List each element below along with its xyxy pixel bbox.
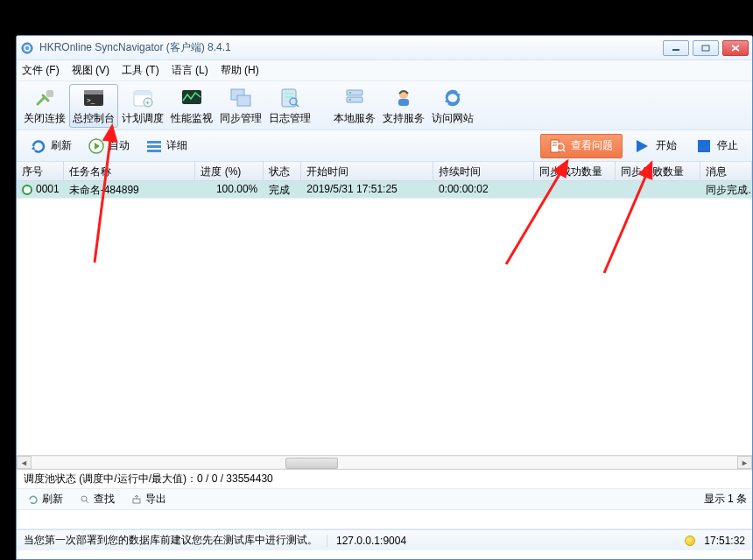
svg-rect-30: [147, 141, 161, 144]
auto-play-icon: [88, 137, 105, 155]
search-small-icon: [79, 494, 91, 506]
col-message[interactable]: 消息: [700, 162, 752, 180]
horizontal-scrollbar[interactable]: ◄ ►: [17, 455, 752, 470]
window-sync-icon: [229, 87, 253, 109]
pool-status-line: 调度池状态 (调度中/运行中/最大值)：0 / 0 / 33554430: [17, 470, 752, 489]
cell-start-time: 2019/5/31 17:51:25: [301, 181, 433, 198]
cell-seq: 0001: [17, 181, 64, 198]
view-issues-button[interactable]: 查看问题: [540, 134, 623, 158]
svg-rect-1: [672, 49, 679, 51]
refresh-icon: [30, 137, 47, 155]
log-find-button[interactable]: 查找: [74, 490, 120, 508]
secondary-toolbar: 刷新 自动 详细 查看问题 开始 停止: [17, 130, 752, 162]
svg-text:>_: >_: [87, 96, 95, 104]
svg-line-41: [86, 500, 88, 503]
close-connection-button[interactable]: 关闭连接: [20, 84, 69, 128]
scroll-thumb[interactable]: [285, 458, 338, 469]
calendar-icon: +: [130, 87, 155, 109]
support-service-button[interactable]: 支持服务: [379, 84, 428, 128]
col-seq[interactable]: 序号: [17, 162, 64, 180]
log-body: [17, 510, 752, 529]
export-small-icon: [130, 494, 143, 506]
col-sync-fail[interactable]: 同步失败数量: [616, 162, 700, 180]
scroll-left-icon[interactable]: ◄: [17, 456, 32, 469]
log-export-button[interactable]: 导出: [125, 490, 172, 508]
refresh-globe-icon: [440, 87, 465, 109]
status-dot-icon: [22, 185, 32, 195]
sync-mgmt-button[interactable]: 同步管理: [216, 84, 265, 128]
local-service-button[interactable]: 本地服务: [330, 84, 379, 128]
scroll-right-icon[interactable]: ►: [737, 456, 752, 469]
menubar: 文件 (F) 视图 (V) 工具 (T) 语言 (L) 帮助 (H): [17, 60, 752, 81]
col-start-time[interactable]: 开始时间: [301, 162, 433, 180]
svg-rect-2: [702, 46, 709, 51]
log-refresh-button[interactable]: 刷新: [22, 490, 68, 508]
svg-rect-31: [147, 145, 161, 148]
cell-task-name: 未命名-484899: [64, 181, 196, 198]
menu-language[interactable]: 语言 (L): [172, 63, 208, 78]
log-count-label: 显示 1 条: [704, 492, 747, 507]
svg-point-22: [349, 99, 351, 101]
servers-icon: [342, 87, 367, 109]
grid-header: 序号 任务名称 进度 (%) 状态 开始时间 持续时间 同步成功数量 同步失败数…: [17, 162, 752, 181]
maximize-button[interactable]: [693, 40, 719, 56]
cell-message: 同步完成.: [700, 181, 752, 198]
magnifier-list-icon: [550, 138, 566, 154]
log-toolbar: 刷新 查找 导出 显示 1 条: [17, 489, 752, 510]
svg-point-0: [22, 43, 32, 53]
svg-marker-38: [637, 140, 648, 152]
footer-address: 127.0.0.1:9004: [336, 535, 406, 547]
cell-state: 完成: [264, 181, 301, 198]
col-sync-ok[interactable]: 同步成功数量: [534, 162, 616, 180]
plug-icon: [32, 87, 57, 109]
refresh-small-icon: [27, 494, 39, 506]
menu-file[interactable]: 文件 (F): [22, 63, 60, 78]
window-title: HKROnline SyncNavigator (客户端) 8.4.1: [39, 40, 663, 55]
log-mgmt-button[interactable]: 日志管理: [265, 84, 314, 128]
minimize-button[interactable]: [663, 40, 689, 56]
menu-tools[interactable]: 工具 (T): [122, 63, 159, 78]
svg-rect-39: [698, 140, 710, 152]
svg-rect-20: [347, 97, 362, 102]
stop-button[interactable]: 停止: [687, 134, 747, 158]
svg-text:+: +: [145, 99, 150, 107]
console-icon: >_: [81, 87, 106, 109]
col-progress[interactable]: 进度 (%): [195, 162, 264, 180]
auto-button[interactable]: 自动: [80, 133, 137, 159]
visit-site-button[interactable]: 访问网站: [428, 84, 477, 128]
performance-button[interactable]: 性能监视: [167, 84, 216, 128]
stop-icon: [696, 138, 712, 154]
main-toolbar: 关闭连接 >_ 总控制台 + 计划调度 性能监视 同步管理 日志管理 本地服务: [17, 81, 752, 130]
svg-rect-19: [347, 90, 362, 95]
list-lines-icon: [145, 137, 163, 155]
grid-body: 0001 未命名-484899 100.00% 完成 2019/5/31 17:…: [17, 181, 752, 455]
svg-rect-13: [237, 95, 250, 106]
cell-duration: 0:00:00:02: [433, 181, 534, 198]
svg-marker-27: [32, 146, 35, 150]
footer-tip: 当您第一次部署到您的数据库前建议您先在测试库中进行测试。: [24, 533, 318, 548]
close-button[interactable]: [722, 40, 749, 56]
menu-help[interactable]: 帮助 (H): [221, 63, 259, 78]
detail-button[interactable]: 详细: [137, 133, 195, 159]
cell-sync-fail: [616, 181, 700, 198]
col-duration[interactable]: 持续时间: [433, 162, 534, 180]
col-task-name[interactable]: 任务名称: [64, 162, 196, 180]
console-button[interactable]: >_ 总控制台: [69, 84, 118, 128]
notebook-search-icon: [278, 87, 302, 109]
col-state[interactable]: 状态: [264, 162, 301, 180]
clock-status-icon: [685, 536, 695, 546]
schedule-button[interactable]: + 计划调度: [118, 84, 167, 128]
start-button[interactable]: 开始: [623, 134, 687, 158]
app-icon: [20, 41, 34, 55]
menu-view[interactable]: 视图 (V): [72, 63, 109, 78]
cell-progress: 100.00%: [195, 181, 264, 198]
refresh-button[interactable]: 刷新: [22, 133, 80, 159]
svg-rect-24: [398, 99, 409, 106]
svg-line-37: [563, 150, 565, 151]
svg-rect-5: [84, 90, 103, 94]
table-row[interactable]: 0001 未命名-484899 100.00% 完成 2019/5/31 17:…: [17, 181, 752, 199]
cell-sync-ok: [534, 181, 616, 198]
svg-rect-8: [134, 91, 151, 95]
monitor-chart-icon: [179, 87, 204, 109]
footer-clock: 17:51:32: [704, 535, 745, 547]
